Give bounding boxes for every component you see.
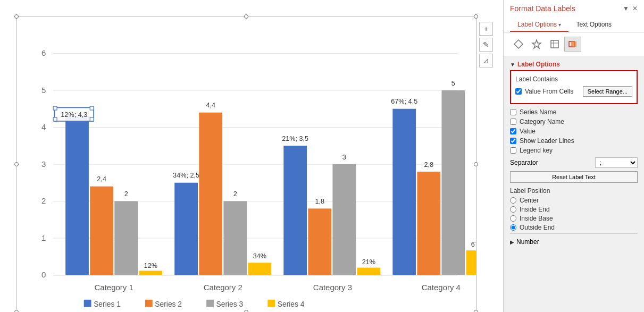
- add-chart-element-button[interactable]: +: [479, 22, 493, 36]
- tab-label-options[interactable]: Label Options ▾: [510, 18, 568, 32]
- chart-filters-button[interactable]: ⊿: [479, 54, 493, 68]
- section-collapse-icon: ▼: [510, 62, 515, 68]
- bar-cat2-s1[interactable]: [174, 183, 198, 275]
- label-contains-title: Label Contains: [515, 75, 632, 83]
- bar-cat1-s1[interactable]: [65, 116, 89, 275]
- checkbox-value-input[interactable]: [510, 128, 516, 134]
- radio-center-label: Center: [520, 197, 539, 204]
- svg-text:4,4: 4,4: [206, 102, 215, 109]
- handle-top-right[interactable]: [474, 14, 478, 19]
- svg-marker-48: [514, 40, 523, 48]
- radio-outside-end-input[interactable]: [510, 224, 516, 231]
- label-options-section-header[interactable]: ▼ Label Options: [510, 56, 638, 70]
- bar-cat2-s4[interactable]: [248, 263, 271, 275]
- bar-cat4-s1[interactable]: [392, 109, 416, 275]
- svg-text:2: 2: [41, 196, 46, 205]
- svg-text:12%: 12%: [144, 262, 157, 269]
- select-range-button[interactable]: Select Range...: [583, 86, 632, 97]
- bar-cat1-s2[interactable]: [90, 187, 113, 275]
- checkbox-category-name: Category Name: [510, 118, 638, 125]
- reset-label-text-button[interactable]: Reset Label Text: [510, 171, 638, 183]
- svg-text:21%; 3,5: 21%; 3,5: [282, 135, 308, 142]
- svg-text:34%; 2,5: 34%; 2,5: [173, 172, 199, 179]
- separator-select[interactable]: ; , (Space) (New line): [595, 157, 638, 168]
- svg-marker-49: [532, 40, 541, 48]
- bar-cat1-s3[interactable]: [114, 201, 138, 275]
- panel-tabs: Label Options ▾ Text Options: [510, 18, 638, 32]
- handle-bot-right[interactable]: [474, 310, 478, 312]
- label-options-icon-btn[interactable]: [564, 37, 581, 52]
- tab-arrow-icon: ▾: [558, 22, 561, 28]
- bar-cat4-s2[interactable]: [417, 172, 440, 275]
- panel-close-icon[interactable]: ✕: [632, 5, 638, 12]
- svg-text:3: 3: [342, 154, 346, 161]
- svg-text:1: 1: [41, 233, 46, 242]
- handle-bot-mid[interactable]: [244, 310, 248, 312]
- svg-rect-39: [90, 117, 94, 121]
- number-section-title: Number: [516, 238, 539, 246]
- radio-center-input[interactable]: [510, 197, 516, 204]
- panel-title: Format Data Labels ▼ ✕: [510, 4, 638, 16]
- svg-text:6: 6: [41, 48, 46, 57]
- checkbox-category-name-input[interactable]: [510, 119, 516, 125]
- separator-row: Separator ; , (Space) (New line): [510, 157, 638, 168]
- fill-line-icon-btn[interactable]: [510, 37, 527, 52]
- handle-top-mid[interactable]: [244, 14, 248, 19]
- radio-inside-base-input[interactable]: [510, 215, 516, 222]
- radio-inside-base-label: Inside Base: [520, 215, 553, 222]
- bar-cat2-s2[interactable]: [199, 113, 222, 275]
- bar-cat3-s2[interactable]: [308, 208, 331, 275]
- panel-title-icons: ▼ ✕: [623, 5, 638, 12]
- radio-outside-end: Outside End: [510, 224, 638, 231]
- svg-rect-46: [267, 300, 275, 307]
- radio-inside-end: Inside End: [510, 206, 638, 213]
- radio-inside-base: Inside Base: [510, 215, 638, 222]
- svg-text:Series 2: Series 2: [155, 299, 182, 308]
- svg-text:Category 1: Category 1: [95, 283, 133, 292]
- chart-styles-button[interactable]: ✎: [479, 38, 493, 52]
- effects-icon-btn[interactable]: [528, 37, 545, 52]
- svg-rect-36: [53, 106, 57, 110]
- svg-rect-54: [571, 41, 576, 47]
- panel-header: Format Data Labels ▼ ✕ Label Options ▾ T…: [504, 0, 644, 32]
- checkbox-value-from-cells-input[interactable]: [515, 88, 522, 95]
- panel-dropdown-icon[interactable]: ▼: [623, 5, 629, 12]
- radio-center: Center: [510, 197, 638, 204]
- svg-rect-40: [84, 300, 91, 307]
- bar-cat2-s3[interactable]: [223, 201, 247, 275]
- chart-container[interactable]: + ✎ ⊿ 6 4 3 2 1 0 5: [16, 16, 476, 312]
- checkbox-category-name-label: Category Name: [520, 118, 564, 125]
- svg-text:Category 3: Category 3: [313, 283, 352, 292]
- separator-label: Separator: [510, 159, 538, 166]
- format-icons-row: [504, 32, 644, 56]
- checkbox-value-from-cells-label: Value From Cells: [525, 88, 573, 95]
- bar-cat4-s3[interactable]: [441, 90, 465, 275]
- number-section-arrow-icon: ▶: [510, 239, 514, 245]
- bar-cat4-s4[interactable]: [466, 250, 476, 275]
- svg-text:Series 4: Series 4: [278, 299, 305, 308]
- handle-bot-left[interactable]: [14, 310, 19, 312]
- chart-toolbar: + ✎ ⊿: [479, 22, 493, 68]
- bar-cat1-s4[interactable]: [139, 271, 162, 275]
- bar-cat3-s1[interactable]: [283, 146, 307, 275]
- checkbox-legend-key-input[interactable]: [510, 147, 516, 154]
- number-section-header[interactable]: ▶ Number: [510, 233, 638, 248]
- chart-area: + ✎ ⊿ 6 4 3 2 1 0 5: [0, 0, 503, 312]
- checkbox-show-leader-lines: Show Leader Lines: [510, 137, 638, 145]
- svg-text:Series 1: Series 1: [94, 299, 121, 308]
- handle-top-left[interactable]: [14, 14, 19, 19]
- radio-inside-end-input[interactable]: [510, 206, 516, 213]
- checkbox-series-name-input[interactable]: [510, 109, 516, 115]
- section-title: Label Options: [517, 61, 560, 68]
- checkbox-value: Value: [510, 128, 638, 135]
- checkbox-series-name-label: Series Name: [520, 108, 556, 116]
- tab-text-options[interactable]: Text Options: [568, 18, 619, 32]
- handle-mid-right[interactable]: [474, 162, 478, 166]
- bar-cat3-s4[interactable]: [357, 268, 381, 275]
- chart-svg: 6 4 3 2 1 0 5: [16, 16, 476, 312]
- bar-cat3-s3[interactable]: [332, 164, 356, 275]
- checkbox-show-leader-lines-input[interactable]: [510, 138, 516, 144]
- handle-mid-left[interactable]: [14, 162, 19, 166]
- size-properties-icon-btn[interactable]: [546, 37, 563, 52]
- panel-content: ▼ Label Options Label Contains Value Fro…: [504, 56, 644, 312]
